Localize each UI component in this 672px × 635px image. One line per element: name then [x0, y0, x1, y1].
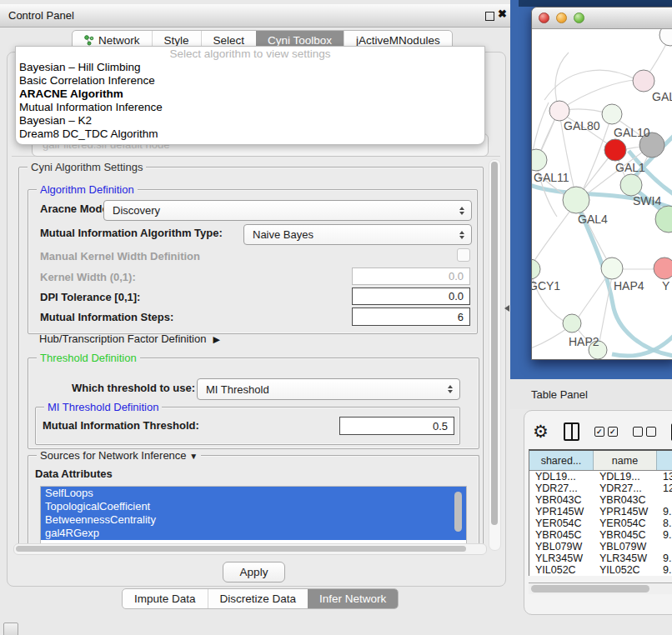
mi-threshold-group-title: MI Threshold Definition	[44, 401, 162, 413]
bottom-tab-infer-network[interactable]: Infer Network	[308, 589, 398, 608]
float-window-icon[interactable]	[485, 12, 494, 21]
network-node-swi4[interactable]	[620, 174, 642, 196]
mi-type-combo[interactable]: Naive Bayes	[243, 224, 472, 245]
mi-threshold-field[interactable]: 0.5	[339, 417, 454, 435]
collapse-down-icon[interactable]: ▼	[189, 452, 198, 461]
table-row[interactable]: YIL052CYIL052C9.	[529, 564, 672, 576]
threshold-definition-group: Threshold Definition Which threshold to …	[28, 358, 479, 449]
algorithm-option[interactable]: Mutual Information Inference	[16, 101, 484, 114]
algorithm-dropdown: Select algorithm to view settings Bayesi…	[15, 46, 485, 145]
table-cell: YBL079W	[529, 541, 594, 552]
aracne-mode-value: Discovery	[104, 204, 455, 217]
node-label-gal1: GAL1	[615, 161, 645, 174]
algorithm-option[interactable]: Dream8 DC_TDC Algorithm	[16, 128, 484, 141]
network-node-hap4[interactable]	[601, 258, 623, 279]
network-edge[interactable]	[562, 80, 641, 108]
zoom-traffic-light-icon[interactable]	[574, 12, 584, 23]
table-row[interactable]: YDR27...YDR27...12	[529, 482, 672, 494]
table-row[interactable]: YLR345WYLR345W9.	[529, 552, 672, 564]
network-edge[interactable]	[599, 272, 613, 346]
network-window-titlebar[interactable]	[532, 8, 672, 29]
node-label-gal11: GAL11	[534, 171, 569, 184]
data-attribute-item[interactable]: TopologicalCoefficient	[41, 500, 466, 513]
hub-definition-expander[interactable]: Hub/Transcription Factor Definition▶	[39, 332, 220, 345]
table-panel-title: Table Panel	[531, 388, 588, 401]
network-node-gal[interactable]	[633, 70, 654, 92]
tab-label: Impute Data	[134, 592, 196, 605]
network-node[interactable]	[655, 206, 672, 232]
gear-icon[interactable]: ⚙	[533, 423, 549, 440]
close-traffic-light-icon[interactable]	[539, 12, 549, 23]
minimize-traffic-light-icon[interactable]	[556, 12, 567, 23]
algorithm-definition-title: Algorithm Definition	[37, 183, 138, 196]
table-row[interactable]: YBR043CYBR043C	[529, 494, 672, 506]
table-row[interactable]: YPR145WYPR145W9.	[529, 506, 672, 518]
table-cell: YDR27...	[594, 482, 657, 494]
network-node[interactable]	[659, 29, 672, 46]
network-node-gal11[interactable]	[532, 149, 547, 171]
table-hscroll-thumb[interactable]	[531, 585, 649, 592]
network-graph[interactable]: GALGAL80GAL10GAL1GAL11SWI4GAL4GCY1HAP4YH…	[532, 29, 672, 359]
table-cell	[657, 494, 672, 506]
table-row[interactable]: YBL079WYBL079W	[529, 541, 672, 552]
manual-kernel-checkbox[interactable]	[457, 248, 470, 262]
stepper-icon	[455, 231, 469, 239]
aracne-mode-combo[interactable]: Discovery	[103, 200, 472, 221]
algorithm-definition-group: Algorithm Definition Aracne Mode: Discov…	[28, 189, 478, 334]
settings-vscroll-thumb[interactable]	[491, 162, 498, 525]
which-threshold-combo[interactable]: MI Threshold	[197, 378, 460, 400]
network-edge[interactable]	[544, 70, 640, 100]
table-row[interactable]: YER054CYER054C8.	[529, 518, 672, 529]
control-panel-title: Control Panel	[8, 9, 74, 22]
tab-label: Discretize Data	[220, 592, 297, 605]
bottom-tab-discretize-data[interactable]: Discretize Data	[208, 589, 308, 608]
node-label-gal4: GAL4	[578, 212, 608, 226]
column-view-icon[interactable]	[564, 422, 579, 441]
table-cell: YER054C	[529, 518, 594, 529]
network-edge[interactable]	[532, 206, 574, 268]
network-node-gal80[interactable]	[549, 101, 569, 121]
table-cell: YIL052C	[594, 564, 657, 576]
table-horizontal-scrollbar[interactable]	[529, 582, 672, 594]
table-row[interactable]: YBR045CYBR045C9.	[529, 529, 672, 541]
algorithm-option[interactable]: Bayesian – K2	[16, 114, 484, 128]
column-header[interactable]: shared...	[529, 451, 594, 470]
network-node-gal10[interactable]	[602, 104, 622, 124]
mi-steps-field[interactable]: 6	[352, 308, 470, 326]
deselect-all-checkboxes-icon[interactable]	[633, 427, 656, 437]
list-scrollbar-thumb[interactable]	[454, 492, 462, 532]
settings-hscroll-thumb[interactable]	[16, 546, 466, 552]
algorithm-option[interactable]: Bayesian – Hill Climbing	[16, 61, 484, 74]
table-row[interactable]: YDL19...YDL19...13	[529, 471, 672, 482]
algorithm-option[interactable]: Basic Correlation Inference	[16, 74, 484, 88]
kernel-width-field[interactable]: 0.0	[352, 268, 470, 285]
network-node-gcy1[interactable]	[532, 259, 540, 279]
apply-button[interactable]: Apply	[223, 562, 285, 582]
tab-label: Select	[213, 34, 245, 47]
data-attribute-item[interactable]: SelfLoops	[41, 487, 466, 500]
network-node-hap2[interactable]	[563, 314, 581, 332]
network-node-gal1[interactable]	[604, 139, 626, 161]
table-cell: YDR27...	[529, 482, 594, 494]
table-cell: YBL079W	[594, 541, 657, 552]
network-edge[interactable]	[575, 270, 611, 322]
close-icon[interactable]: ✖	[498, 8, 507, 20]
bottom-tab-impute-data[interactable]: Impute Data	[123, 589, 208, 608]
dpi-tolerance-field[interactable]: 0.0	[352, 288, 470, 305]
settings-horizontal-scrollbar[interactable]	[13, 543, 487, 555]
corner-grip[interactable]	[3, 622, 18, 635]
column-header[interactable]: A	[657, 451, 672, 470]
network-node-gal4[interactable]	[563, 187, 589, 213]
algorithm-option[interactable]: ARACNE Algorithm	[16, 88, 484, 101]
data-attribute-item[interactable]: BetweennessCentrality	[41, 513, 466, 527]
table-cell: YBR045C	[529, 529, 594, 541]
column-header[interactable]: name	[594, 451, 657, 470]
select-all-checkboxes-icon[interactable]: ✓✓	[594, 427, 618, 437]
node-label-y: Y	[662, 279, 670, 292]
table-cell: 12	[657, 482, 672, 494]
data-attribute-item[interactable]: gal4RGexp	[41, 527, 466, 540]
aracne-mode-label: Aracne Mode:	[40, 202, 112, 215]
panel-collapse-arrow-icon[interactable]	[504, 305, 509, 312]
network-node-y[interactable]	[654, 258, 672, 279]
settings-vertical-scrollbar[interactable]	[489, 159, 501, 551]
